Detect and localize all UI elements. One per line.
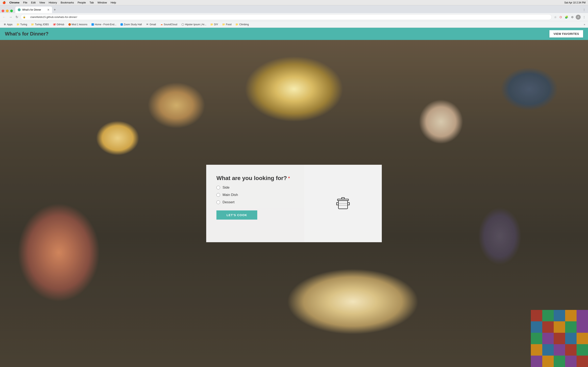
bookmark-github-label: GitHub <box>57 23 64 26</box>
apps-icon: ⊞ <box>3 23 6 26</box>
option-main-dish-label: Main Dish <box>223 193 238 197</box>
chrome-settings-icon[interactable]: ⋮ <box>582 7 586 12</box>
bookmark-hipster[interactable]: ◯ Hipster Ipsum | Ar... <box>180 22 208 26</box>
lets-cook-button[interactable]: LET'S COOK <box>216 210 257 220</box>
bookmark-turing-jobs-label: Turing JOBS <box>35 23 49 26</box>
bookmark-apps-label: Apps <box>7 23 12 26</box>
bookmark-gmail-label: Gmail <box>150 23 156 26</box>
url-display[interactable]: clairefields15.github.io/whats-for-dinne… <box>27 16 77 18</box>
bookmark-climbing-label: Climbing <box>239 23 249 26</box>
bookmark-turing[interactable]: 📁 Turing <box>15 22 29 26</box>
tab-favicon <box>18 8 21 11</box>
bookmark-diy-label: DIY <box>214 23 218 26</box>
file-menu[interactable]: File <box>23 1 27 4</box>
bookmark-gmail[interactable]: ✉ Gmail <box>144 22 158 26</box>
bookmark-frontend-label: Home - Front-End... <box>95 23 116 26</box>
bookmark-diy[interactable]: 📁 DIY <box>209 22 220 26</box>
hipster-icon: ◯ <box>181 23 184 26</box>
option-side-label: Side <box>223 185 229 190</box>
bookmark-hipster-label: Hipster Ipsum | Ar... <box>185 23 206 26</box>
bookmarks-more-icon[interactable]: » <box>582 22 586 26</box>
bookmark-soundcloud-label: SoundCloud <box>164 23 177 26</box>
radio-group: Side Main Dish Dessert <box>216 185 294 204</box>
apple-menu[interactable]: 🍎 <box>2 1 6 4</box>
bookmark-soundcloud[interactable]: ☁ SoundCloud <box>158 22 179 26</box>
svg-rect-2 <box>338 201 348 209</box>
github-icon: 🐙 <box>53 23 56 26</box>
maximize-button[interactable] <box>10 9 13 12</box>
bookmark-star-icon[interactable]: ☆ <box>553 15 558 20</box>
ssl-lock-icon: 🔒 <box>23 16 26 18</box>
chrome-menu[interactable]: Chrome <box>9 1 19 4</box>
chrome-window: What's for Dinner ✕ + ⋮ ← → ↻ 🔒 clairefi… <box>0 5 588 367</box>
minimize-button[interactable] <box>6 9 9 12</box>
option-side[interactable]: Side <box>216 185 294 190</box>
option-main-dish[interactable]: Main Dish <box>216 193 294 197</box>
folder-icon: 📁 <box>210 23 213 26</box>
bookmarks-menu[interactable]: Bookmarks <box>61 1 74 4</box>
more-icon[interactable]: ⋮ <box>582 15 586 20</box>
soundcloud-icon: ☁ <box>160 23 163 26</box>
view-favorites-button[interactable]: VIEW FAVORITES <box>549 30 583 38</box>
bookmark-food-label: Food <box>226 23 232 26</box>
bookmark-frontend[interactable]: Home - Front-End... <box>90 22 118 26</box>
edit-menu[interactable]: Edit <box>31 1 35 4</box>
form-right <box>304 165 382 242</box>
people-menu[interactable]: People <box>78 1 86 4</box>
radio-side[interactable] <box>216 186 220 189</box>
app-title: What's for Dinner? <box>5 31 49 37</box>
radio-main-dish[interactable] <box>216 193 220 197</box>
reload-button[interactable]: ↻ <box>15 14 19 20</box>
active-tab[interactable]: What's for Dinner ✕ <box>15 7 52 13</box>
folder-icon: 📁 <box>222 23 225 26</box>
forward-button[interactable]: → <box>8 15 13 20</box>
macos-menu-bar: 🍎 Chrome File Edit View History Bookmark… <box>0 0 588 5</box>
bookmark-turing-label: Turing <box>20 23 27 26</box>
bookmark-mod1-label: Mod 1 lessons <box>72 23 87 26</box>
settings-icon[interactable]: ⚙ <box>570 15 575 20</box>
tile-pattern <box>531 310 588 367</box>
menu-bar-time: Sat Apr 10 2:34 PM <box>564 1 586 4</box>
new-tab-button[interactable]: + <box>52 7 58 13</box>
opera-icon[interactable]: O <box>559 15 563 20</box>
tab-close-icon[interactable]: ✕ <box>47 8 50 11</box>
tab-bar: What's for Dinner ✕ + ⋮ <box>0 5 588 13</box>
back-button[interactable]: ← <box>2 15 7 20</box>
bookmark-apps[interactable]: ⊞ Apps <box>2 22 14 26</box>
form-question: What are you looking for?* <box>216 175 294 182</box>
help-menu[interactable]: Help <box>111 1 116 4</box>
bookmark-zoom-label: Zoom Study Hall <box>124 23 142 26</box>
app-header: What's for Dinner? VIEW FAVORITES <box>0 28 588 40</box>
tab-menu[interactable]: Tab <box>89 1 94 4</box>
zoom-icon <box>121 23 123 26</box>
bookmark-github[interactable]: 🐙 GitHub <box>51 22 66 26</box>
form-panel: What are you looking for?* Side Main Dis… <box>206 165 382 242</box>
close-button[interactable] <box>2 9 4 12</box>
cooking-pot-icon <box>334 194 352 213</box>
view-menu[interactable]: View <box>39 1 45 4</box>
radio-dessert[interactable] <box>216 200 220 204</box>
window-menu[interactable]: Window <box>97 1 107 4</box>
form-left: What are you looking for?* Side Main Dis… <box>206 165 304 242</box>
bookmark-food[interactable]: 📁 Food <box>221 22 233 26</box>
address-bar: ← → ↻ 🔒 clairefields15.github.io/whats-f… <box>0 13 588 21</box>
folder-icon: 📁 <box>236 23 238 26</box>
folder-icon: 📁 <box>17 23 19 26</box>
folder-icon: 📁 <box>31 23 34 26</box>
option-dessert-label: Dessert <box>223 200 234 204</box>
bookmarks-bar: ⊞ Apps 📁 Turing 📁 Turing JOBS 🐙 GitHub M… <box>0 21 588 28</box>
bookmark-zoom[interactable]: Zoom Study Hall <box>119 22 144 26</box>
bookmark-mod1[interactable]: Mod 1 lessons <box>67 22 89 26</box>
mod1-icon <box>68 23 71 26</box>
bookmark-climbing[interactable]: 📁 Climbing <box>234 22 251 26</box>
bookmark-turing-jobs[interactable]: 📁 Turing JOBS <box>30 22 51 26</box>
option-dessert[interactable]: Dessert <box>216 200 294 204</box>
main-content: What are you looking for?* Side Main Dis… <box>0 40 588 367</box>
required-star: * <box>288 175 290 181</box>
frontend-icon <box>91 23 94 26</box>
profile-icon[interactable]: A <box>576 15 581 20</box>
gmail-icon: ✉ <box>146 23 149 26</box>
tab-title: What's for Dinner <box>22 8 45 11</box>
history-menu[interactable]: History <box>49 1 57 4</box>
extension-icon[interactable]: 🧩 <box>564 15 569 20</box>
